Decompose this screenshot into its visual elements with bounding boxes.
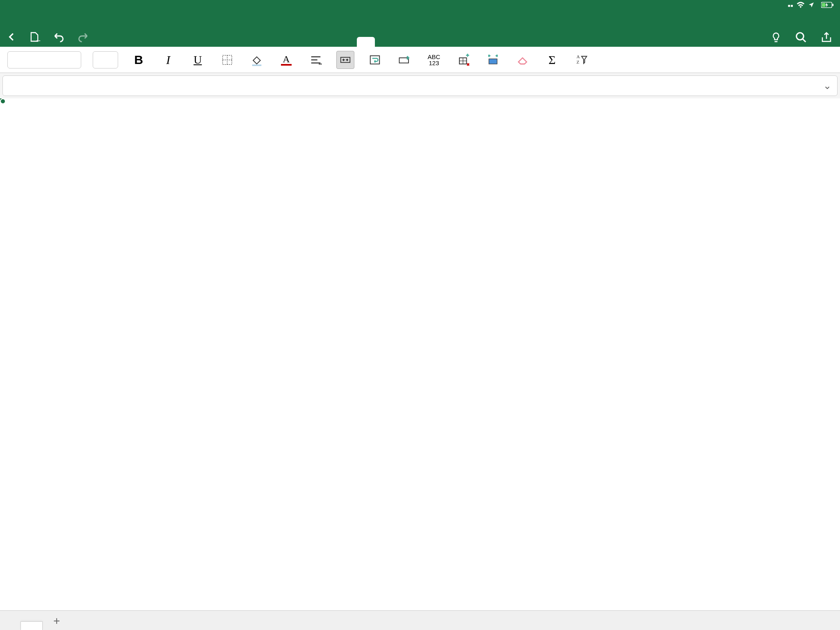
insert-delete-button[interactable] [454,51,472,69]
selection-handle-br[interactable] [0,98,6,104]
wrap-text-button[interactable] [366,51,384,69]
bold-button[interactable]: B [130,51,148,69]
sheet-tabs-bar: + [0,610,840,630]
chevron-down-icon[interactable]: ⌄ [823,80,831,91]
add-sheet-button[interactable]: + [48,612,66,630]
svg-point-15 [320,63,322,64]
svg-rect-2 [832,4,833,6]
location-icon [808,1,815,10]
autosum-button[interactable]: Σ [543,51,561,69]
selection-outline [0,98,2,101]
svg-text:Z: Z [577,59,580,64]
italic-button[interactable]: I [159,51,177,69]
font-size-select[interactable] [93,51,118,68]
titlebar [0,11,840,47]
document-title [0,11,840,16]
svg-rect-1 [822,3,825,7]
sheet-tab-active[interactable] [21,621,43,630]
borders-button[interactable] [218,51,236,69]
tab-home[interactable] [357,37,375,47]
battery-icon [821,1,834,10]
selection-handle-tl[interactable] [0,98,6,104]
tab-insert[interactable] [375,37,393,47]
tab-view[interactable] [465,37,483,47]
underline-button[interactable]: U [189,51,207,69]
ios-status-bar: ▪▪ [0,0,840,11]
clear-button[interactable] [514,51,532,69]
tab-formulas[interactable] [411,37,429,47]
sort-filter-button[interactable]: AZ [573,51,591,69]
svg-rect-17 [341,57,350,62]
align-button[interactable] [307,51,325,69]
svg-rect-23 [489,59,497,64]
wifi-icon [797,1,805,10]
svg-rect-10 [252,64,262,66]
font-color-button[interactable]: A [277,51,295,69]
status-right: ▪▪ [788,1,834,10]
spreadsheet-grid[interactable] [0,98,840,610]
tab-data[interactable] [429,37,447,47]
formula-bar[interactable]: ⌄ [2,75,838,96]
signal-icon: ▪▪ [788,1,793,10]
svg-text:A: A [577,54,580,59]
tab-review[interactable] [447,37,465,47]
font-name-select[interactable] [7,51,81,68]
cell-size-button[interactable] [484,51,502,69]
ribbon-home: B I U A ABC123 Σ AZ [0,47,840,73]
ribbon-tabs [0,37,840,47]
tab-draw[interactable] [393,37,411,47]
fill-color-button[interactable] [248,51,266,69]
svg-point-14 [319,63,320,64]
number-format-button[interactable]: ABC123 [425,51,443,69]
merge-button[interactable] [336,51,354,69]
edit-mode-button[interactable] [395,51,413,69]
